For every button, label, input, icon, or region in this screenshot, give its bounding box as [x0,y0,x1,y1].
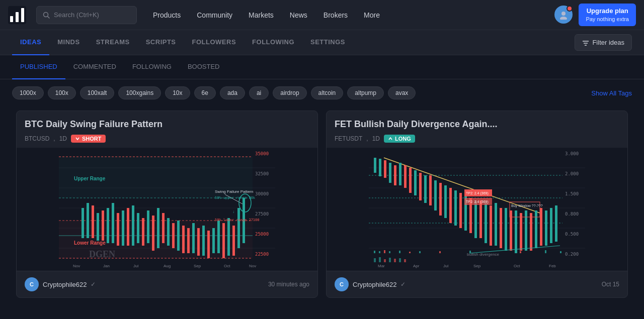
svg-rect-154 [389,251,390,253]
filter-ideas-button[interactable]: Filter ideas [575,34,632,51]
svg-rect-118 [500,208,502,248]
btc-card: BTC Daily Swing Failure Pattern BTCUSD ,… [16,111,318,298]
ideas-grid: BTC Daily Swing Failure Pattern BTCUSD ,… [0,107,644,314]
fet-card-meta: FETUSDT , 1D LONG [335,135,619,143]
svg-rect-35 [102,210,104,241]
nav-community[interactable]: Community [189,0,240,30]
subnav-ideas[interactable]: IDEAS [12,30,49,55]
fet-card: FET Bullish Daily Divergence Again.... F… [326,111,628,298]
svg-rect-138 [394,259,396,262]
svg-text:bullish divergence: bullish divergence [467,252,500,257]
svg-rect-134 [374,258,376,262]
svg-rect-115 [485,203,487,243]
svg-rect-3 [21,8,24,22]
subnav-streams[interactable]: STREAMS [88,30,138,55]
tag-100x[interactable]: 100x [48,86,76,99]
tag-6e[interactable]: 6e [194,86,216,99]
subnav-followers[interactable]: FOLLOWERS [184,30,245,55]
subnav-scripts[interactable]: SCRIPTS [138,30,184,55]
svg-rect-39 [122,210,124,246]
tag-avax[interactable]: avax [388,86,416,99]
svg-rect-159 [469,251,471,253]
search-placeholder: Search (Ctrl+K) [54,11,99,19]
svg-rect-42 [137,213,139,243]
tag-10x[interactable]: 10x [165,86,190,99]
nav-news[interactable]: News [282,0,315,30]
svg-text:DGEN: DGEN [89,249,115,259]
tag-100xgains[interactable]: 100xgains [118,86,161,99]
show-all-tags-link[interactable]: Show All Tags [591,89,632,97]
svg-text:↓: ↓ [232,209,234,214]
subnav-minds[interactable]: MINDS [49,30,88,55]
fet-author-name[interactable]: Cryptophile622 [353,281,396,288]
search-icon [43,12,50,19]
tag-altpump[interactable]: altpump [347,86,384,99]
btc-symbol: BTCUSD [25,135,49,142]
tab-following[interactable]: FOLLOWING [124,55,180,79]
svg-rect-107 [444,185,447,218]
svg-rect-110 [459,193,462,228]
tag-1000x[interactable]: 1000x [12,86,44,99]
nav-links: Products Community Markets News Brokers … [145,0,550,30]
svg-text:0.500: 0.500 [565,232,579,237]
svg-text:Nov: Nov [73,264,80,268]
svg-text:Apr: Apr [413,264,420,268]
svg-rect-31 [82,208,84,238]
svg-rect-116 [490,205,492,246]
user-avatar[interactable] [554,6,573,24]
svg-rect-128 [550,208,552,243]
svg-text:Feb: Feb [549,264,556,268]
subnav-settings[interactable]: SETTINGS [302,30,353,55]
svg-rect-38 [117,213,119,246]
short-arrow-icon [75,136,80,141]
long-arrow-icon [388,136,393,141]
btc-author-check-icon: ✓ [91,281,96,288]
nav-products[interactable]: Products [145,0,189,30]
svg-rect-62 [237,208,240,248]
subnav-following[interactable]: FOLLOWING [244,30,302,55]
nav-more[interactable]: More [356,0,388,30]
svg-rect-153 [384,250,385,253]
svg-rect-135 [379,257,381,262]
svg-text:Oct: Oct [514,264,520,268]
svg-rect-52 [187,228,190,253]
tag-ai[interactable]: ai [249,86,269,99]
svg-rect-36 [107,208,109,243]
fet-timeframe: 1D [372,135,380,142]
svg-text:Swing Failure Pattern: Swing Failure Pattern [215,189,253,194]
btc-chart[interactable]: 35000 32500 30000 27500 25000 22500 Uppe… [17,148,317,271]
svg-text:32500: 32500 [255,171,269,176]
svg-rect-48 [167,218,170,246]
tag-ada[interactable]: ada [220,86,245,99]
nav-markets[interactable]: Markets [240,0,282,30]
nav-brokers[interactable]: Brokers [315,0,356,30]
fet-symbol: FETUSDT [335,135,362,142]
svg-rect-117 [495,203,497,246]
svg-rect-108 [449,188,452,223]
svg-text:TP2: 2.4 (369): TP2: 2.4 (369) [466,200,489,204]
svg-rect-40 [127,208,129,246]
fet-separator: , [366,135,368,142]
svg-text:Jul: Jul [443,264,448,268]
tag-airdrop[interactable]: airdrop [273,86,306,99]
btc-author-name[interactable]: Cryptophile622 [43,281,87,288]
svg-text:Mar: Mar [378,264,385,268]
tab-boosted[interactable]: BOOSTED [180,55,228,79]
tag-100xalt[interactable]: 100xalt [80,86,115,99]
svg-rect-160 [520,251,521,253]
logo[interactable] [8,6,26,24]
fet-card-header: FET Bullish Daily Divergence Again.... F… [327,111,627,148]
tab-published[interactable]: PUBLISHED [12,55,65,79]
svg-text:Nov: Nov [249,264,256,268]
svg-text:35000: 35000 [255,151,269,156]
fet-card-footer: C Cryptophile622 ✓ Oct 15 [327,271,627,297]
svg-rect-152 [379,251,380,253]
upgrade-button[interactable]: Upgrade plan Pay nothing extra [579,4,636,27]
svg-rect-61 [232,226,235,256]
svg-text:0.200: 0.200 [565,252,579,257]
tab-commented[interactable]: COMMENTED [65,55,124,79]
search-bar[interactable]: Search (Ctrl+K) [36,6,137,24]
fet-chart[interactable]: 3.000 2.000 1.500 0.800 0.500 0.200 [327,148,627,271]
tag-altcoin[interactable]: altcoin [311,86,344,99]
svg-text:Sep: Sep [194,264,201,268]
